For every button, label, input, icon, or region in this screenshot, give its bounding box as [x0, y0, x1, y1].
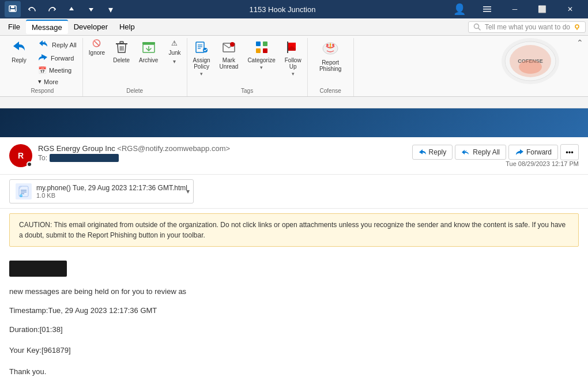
ribbon-toggle-button[interactable]: [474, 0, 500, 18]
close-button[interactable]: ✕: [557, 0, 583, 18]
mark-unread-label: MarkUnread: [220, 57, 239, 70]
svg-point-22: [203, 48, 208, 52]
svg-point-24: [230, 42, 235, 47]
warning-text: CAUTION: This email originated from outs…: [19, 221, 566, 239]
search-icon: [473, 23, 481, 31]
email-meta: R RGS Energy Group Inc <RGS@notify.zoomw…: [0, 137, 588, 175]
assign-policy-button[interactable]: AssignPolicy ▾: [190, 38, 214, 79]
more-respond-label: More: [44, 78, 58, 85]
assign-policy-icon: [195, 40, 209, 56]
report-phishing-button[interactable]: ReportPhishing: [316, 38, 345, 74]
reply-all-label: Reply All: [52, 42, 77, 48]
categorize-label: Categorize: [247, 57, 275, 63]
body-line-key: Your Key:[961879]: [9, 345, 579, 357]
reply-inline-button[interactable]: Reply: [412, 145, 453, 160]
svg-rect-26: [263, 42, 267, 46]
meeting-icon: 📅: [38, 66, 47, 74]
delete-button[interactable]: Delete: [110, 38, 133, 66]
menu-bar: File Message Developer Help Tell me what…: [0, 18, 588, 36]
svg-rect-4: [483, 9, 491, 10]
reply-button[interactable]: Reply: [5, 38, 33, 66]
cofense-logo: COFENSE: [502, 38, 559, 84]
more-respond-button[interactable]: ▾ More: [35, 77, 80, 86]
forward-ribbon-button[interactable]: Forward: [35, 52, 80, 64]
body-line-duration: Duration:[01:38]: [9, 324, 579, 336]
ribbon-collapse-button[interactable]: ⌃: [576, 38, 583, 47]
save-icon[interactable]: [5, 1, 21, 17]
delete-group-label: Delete: [126, 86, 143, 96]
junk-icon: ⚠: [171, 39, 178, 47]
warning-banner: CAUTION: This email originated from outs…: [9, 213, 579, 247]
title-bar-left: ▾: [5, 1, 119, 17]
body-line-timestamp: Timestamp:Tue, 29 Aug 2023 12:17:36 GMT: [9, 305, 579, 317]
profile-button[interactable]: 👤: [446, 0, 473, 18]
forward-inline-button[interactable]: Forward: [508, 145, 558, 160]
reply-all-inline-icon: [461, 149, 470, 156]
follow-up-button[interactable]: FollowUp ▾: [281, 38, 305, 79]
menu-developer[interactable]: Developer: [68, 20, 114, 33]
ignore-button[interactable]: 🚫 Ignore: [85, 38, 108, 57]
assign-policy-label: AssignPolicy: [193, 57, 210, 70]
mark-unread-button[interactable]: MarkUnread: [216, 38, 242, 72]
more-actions-button[interactable]: •••: [560, 144, 579, 160]
body-line-1: new messages are being held on for you t…: [9, 286, 579, 298]
move-down-icon[interactable]: [83, 1, 99, 17]
svg-point-40: [519, 60, 542, 74]
email-action-buttons: Reply Reply All Forward •••: [412, 144, 579, 160]
reply-all-icon: [38, 39, 50, 50]
lightbulb-icon: [574, 24, 581, 31]
reply-icon: [11, 40, 27, 56]
report-phishing-label: ReportPhishing: [319, 59, 341, 72]
title-bar-controls: 👤 ─ ⬜ ✕: [446, 0, 583, 18]
search-placeholder: Tell me what you want to do: [485, 23, 570, 31]
attachment-item[interactable]: 🌐 my.phone() Tue, 29 Aug 2023 12:17:36 G…: [9, 179, 194, 203]
reply-all-inline-label: Reply All: [473, 148, 500, 156]
more-respond-icon: ▾: [38, 78, 42, 85]
move-up-icon[interactable]: [63, 1, 80, 17]
email-body: new messages are being held on for you t…: [0, 251, 588, 392]
archive-icon: [142, 40, 156, 56]
sender-avatar: R: [9, 144, 32, 167]
svg-point-36: [330, 47, 331, 48]
menu-message[interactable]: Message: [26, 20, 68, 34]
sender-email-addr: <RGS@notify.zoomwebapp.com>: [117, 144, 230, 153]
attachment-filename: my.phone() Tue, 29 Aug 2023 12:17:36 GMT…: [36, 184, 187, 192]
cofense-logo-area: COFENSE: [496, 36, 565, 86]
redo-icon[interactable]: [44, 1, 60, 17]
ribbon-group-delete: 🚫 Ignore Delete: [83, 38, 187, 96]
svg-rect-1: [11, 6, 14, 8]
ribbon: Reply Reply All: [0, 36, 588, 97]
reply-inline-icon: [419, 149, 427, 156]
svg-point-33: [326, 44, 329, 46]
svg-rect-27: [256, 48, 261, 53]
menu-file[interactable]: File: [2, 20, 26, 33]
menu-help[interactable]: Help: [114, 20, 141, 33]
categorize-button[interactable]: Categorize ▾: [244, 38, 278, 73]
undo-icon[interactable]: [24, 1, 40, 17]
svg-rect-28: [263, 48, 267, 53]
archive-button[interactable]: Archive: [135, 38, 161, 66]
search-bar[interactable]: Tell me what you want to do: [468, 21, 586, 33]
forward-label: Forward: [51, 55, 74, 62]
attachment-icon: 🌐: [16, 183, 32, 199]
email-main-area: R RGS Energy Group Inc <RGS@notify.zoomw…: [0, 108, 588, 392]
meeting-button[interactable]: 📅 Meeting: [35, 65, 80, 76]
restore-button[interactable]: ⬜: [529, 0, 556, 18]
svg-line-7: [478, 28, 480, 30]
email-from-info: RGS Energy Group Inc <RGS@notify.zoomweb…: [38, 144, 412, 162]
reply-inline-label: Reply: [429, 148, 447, 156]
forward-inline-icon: [515, 149, 524, 156]
reply-all-inline-button[interactable]: Reply All: [455, 145, 506, 160]
minimize-button[interactable]: ─: [502, 0, 528, 18]
svg-rect-3: [483, 6, 491, 7]
reply-all-button[interactable]: Reply All: [35, 38, 80, 51]
ignore-icon: 🚫: [92, 39, 101, 47]
junk-label: Junk: [168, 50, 180, 56]
respond-group-label: Respond: [31, 86, 54, 96]
ribbon-group-respond: Reply Reply All: [2, 38, 83, 96]
junk-button[interactable]: ⚠ Junk ▾: [165, 38, 184, 66]
email-timestamp: Tue 08/29/2023 12:17 PM: [506, 160, 579, 167]
categorize-icon: [255, 40, 269, 56]
more-title-icon[interactable]: ▾: [103, 1, 119, 17]
svg-point-8: [575, 25, 579, 28]
